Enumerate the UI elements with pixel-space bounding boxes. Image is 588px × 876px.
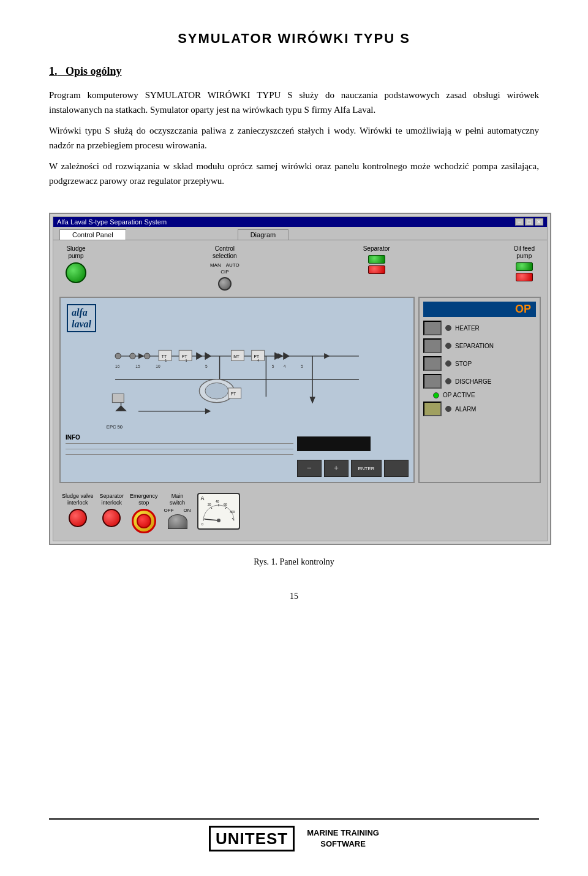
svg-text:PT: PT [182,354,187,359]
separator-interlock-label: Separatorinterlock [100,493,124,506]
footer-tagline: MARINE TRAINING SOFTWARE [307,828,379,850]
footer-tagline-line2: SOFTWARE [307,839,379,850]
svg-marker-14 [197,352,202,359]
plus-button[interactable]: + [324,460,349,477]
screenshot-window: Alfa Laval S-type Separation System − □ … [53,216,548,541]
op-active-row: OP ACTIVE [423,392,536,398]
footer-content: UNITEST MARINE TRAINING SOFTWARE [49,826,539,851]
op-panel: OP HEATER SEPARATION [418,297,541,483]
op-active-label: OP ACTIVE [443,392,536,398]
oil-feed-pump-group: Oil feedpump [514,245,535,281]
small-btn-4[interactable] [384,460,409,477]
section-title: Opis ogólny [66,65,122,77]
close-button[interactable]: ✕ [535,218,543,226]
oil-feed-on-button[interactable] [516,262,533,271]
sludge-pump-button[interactable] [66,262,86,283]
separator-label: Separator [363,245,390,253]
alarm-button[interactable] [423,402,442,416]
svg-marker-42 [205,408,211,414]
svg-text:MT: MT [233,354,239,359]
separator-buttons [368,255,385,274]
oil-feed-pump-label: Oil feedpump [514,245,535,260]
emergency-stop-button[interactable] [132,509,156,533]
info-display [297,436,371,451]
footer-tagline-line1: MARINE TRAINING [307,828,379,839]
control-selector-knob[interactable] [218,277,232,291]
display-and-buttons: − + ENTER [297,434,409,477]
separator-interlock-button[interactable] [102,509,121,527]
paragraph-2: Wirówki typu S służą do oczyszczania pal… [49,123,539,153]
svg-point-35 [130,353,135,359]
ammeter-svg: 0 20 40 60 300 [200,496,237,527]
emergency-stop-group: Emergencystop [130,493,158,533]
svg-marker-7 [324,353,330,359]
minus-button[interactable]: − [297,460,322,477]
separation-indicator [445,343,451,349]
selector-labels: MAN AUTO [210,262,239,268]
svg-point-56 [217,519,221,522]
window-title: Alfa Laval S-type Separation System [57,218,167,226]
svg-text:PT: PT [231,392,236,396]
main-switch-knob[interactable] [168,514,187,529]
paragraph-1: Program komputerowy SYMULATOR WIRÓWKI TY… [49,88,539,117]
enter-button[interactable]: ENTER [351,460,382,477]
oil-feed-off-button[interactable] [516,273,533,281]
svg-text:10: 10 [156,364,160,368]
svg-marker-4 [138,353,144,359]
svg-text:PT: PT [254,354,258,359]
oil-feed-pump-buttons [516,262,533,281]
op-active-indicator [433,392,439,398]
heater-button[interactable] [423,321,442,335]
tab-control-panel[interactable]: Control Panel [59,229,126,240]
tab-diagram[interactable]: Diagram [238,229,289,240]
separation-button[interactable] [423,338,442,353]
heater-label: HEATER [455,325,536,332]
svg-line-55 [205,519,219,520]
sludge-pump-label: Sludgepump [66,245,85,260]
alarm-row: ALARM [423,402,536,416]
svg-text:EPC 50: EPC 50 [107,424,123,430]
svg-text:5: 5 [205,364,208,368]
top-buttons-row: Sludgepump Controlselection MAN AUTO CIP [59,245,541,291]
maximize-button[interactable]: □ [525,218,533,226]
stop-row: STOP [423,356,536,371]
ammeter-gauge: A 0 [197,493,240,530]
info-label: INFO [66,434,293,441]
svg-text:4: 4 [284,364,286,368]
emergency-stop-label: Emergencystop [130,493,158,506]
svg-point-24 [205,383,228,399]
discharge-button[interactable] [423,374,442,389]
control-selection-group: Controlselection MAN AUTO CIP [210,245,239,291]
discharge-row: DISCHARGE [423,374,536,389]
svg-marker-44 [309,397,315,403]
window-controls: − □ ✕ [515,218,543,226]
sludge-valve-interlock-button[interactable] [69,509,87,527]
info-line-3 [66,454,293,455]
separator-group: Separator [363,245,390,274]
svg-point-34 [115,353,121,359]
main-panel: alfa laval [59,297,541,483]
svg-marker-15 [205,352,211,359]
info-section: INFO − [66,434,409,477]
section-opis: 1. Opis ogólny Program komputerowy SYMUL… [49,65,539,194]
sludge-valve-interlock-group: Sludge valveinterlock [62,493,94,527]
section-number: 1. [49,65,58,77]
svg-text:5: 5 [272,364,274,368]
separator-on-button[interactable] [368,255,385,264]
screenshot-container: Alfa Laval S-type Separation System − □ … [49,213,551,545]
sludge-valve-interlock-label: Sludge valveinterlock [62,493,94,506]
svg-text:300: 300 [230,510,235,514]
unitest-logo: UNITEST [209,826,295,851]
svg-text:TT: TT [162,354,167,359]
stop-button[interactable] [423,356,442,371]
discharge-label: DISCHARGE [455,378,536,385]
emergency-stop-inner [137,514,151,528]
minimize-button[interactable]: − [515,218,524,226]
svg-text:0: 0 [202,522,203,526]
control-selection-label: Controlselection [213,245,236,260]
info-panel: INFO [66,434,293,477]
stop-label: STOP [455,360,536,367]
separation-row: SEPARATION [423,338,536,353]
separator-off-button[interactable] [368,265,385,274]
bottom-row: Sludge valveinterlock Separatorinterlock… [59,489,541,536]
